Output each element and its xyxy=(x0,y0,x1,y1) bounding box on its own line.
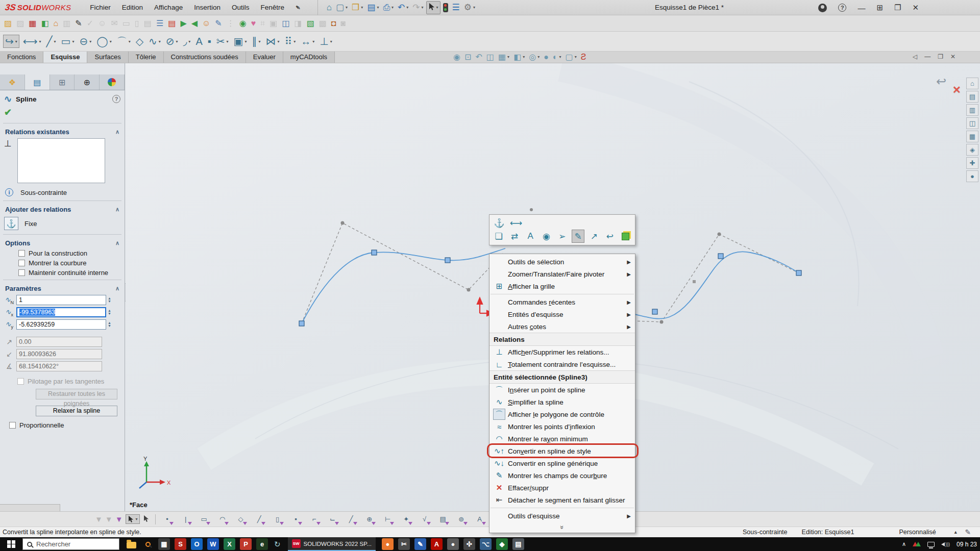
tab-fonctions[interactable]: Fonctions xyxy=(0,52,43,63)
display-style-button[interactable]: ◧▾ xyxy=(513,52,525,62)
smart-dimension-button[interactable]: ⟷▾ xyxy=(21,35,43,47)
filter-surface-finish-icon[interactable]: √ xyxy=(418,513,431,525)
mirror-entities-button[interactable]: ⋈▾ xyxy=(264,35,281,47)
panel-help-icon[interactable]: ? xyxy=(112,95,120,103)
doc-edit-icon[interactable]: ▨ xyxy=(4,19,12,28)
filter-faces-icon[interactable]: ▭ xyxy=(198,513,211,525)
chevron-down-icon[interactable]: ▾ xyxy=(391,5,394,10)
select-other-icon[interactable]: ❏ xyxy=(493,230,505,243)
chevron-down-icon[interactable]: ▾ xyxy=(575,55,577,59)
filter-center-marks-icon[interactable]: ⊕ xyxy=(363,513,376,525)
previous-view-button[interactable]: ↶ xyxy=(475,52,482,62)
chevron-down-icon[interactable]: ▾ xyxy=(89,39,91,44)
chevron-down-icon[interactable]: ▾ xyxy=(346,5,348,10)
filter-points-icon[interactable]: ▪ xyxy=(289,513,303,525)
filter-gtol-icon[interactable]: A xyxy=(473,513,486,525)
spinner-spline-point-number-field[interactable]: ▲▼ xyxy=(108,297,111,303)
clear-filter-icon[interactable]: ▼ xyxy=(95,515,103,523)
slot-tool-button[interactable]: ⊖▾ xyxy=(78,35,93,47)
ok-check-button[interactable]: ✔ xyxy=(4,107,12,117)
span-displays-button[interactable]: ⊞ xyxy=(876,3,883,12)
home-button[interactable]: ⌂ xyxy=(325,1,333,14)
zoom-area-button[interactable]: ⊡ xyxy=(464,52,471,62)
network-icon[interactable] xyxy=(927,542,935,547)
active-task-solidworks[interactable]: SW SOLIDWORKS 2022 SP... xyxy=(288,537,376,551)
menu-item-entit-s-d-esquisse[interactable]: Entités d'esquisse▶ xyxy=(489,308,635,320)
collapse-chevron-icon[interactable]: ∧ xyxy=(115,129,119,135)
menu-item-zoomer-translater-faire-pivoter[interactable]: Zoomer/Translater/Faire pivoter▶ xyxy=(489,268,635,280)
chevron-down-icon[interactable]: ▾ xyxy=(15,39,17,44)
rectangle-tool-button[interactable]: ▭▾ xyxy=(60,35,76,47)
powerpoint-icon[interactable]: P xyxy=(240,538,252,550)
spinner-spline-x-field[interactable]: ▲▼ xyxy=(108,309,111,315)
tool-c-icon[interactable]: ▧ xyxy=(307,19,314,28)
chevron-down-icon[interactable]: ▾ xyxy=(537,55,540,59)
apply-scene-button[interactable]: ◐▾ xyxy=(553,53,561,62)
chevron-down-icon[interactable]: ▾ xyxy=(278,39,280,44)
section-view-button[interactable]: ◫ xyxy=(486,52,494,62)
spline-x-field[interactable]: -99.5378963 xyxy=(16,307,106,317)
featuremanager-tab[interactable]: ❖ xyxy=(0,74,25,90)
edrawings-icon[interactable]: e xyxy=(256,538,268,550)
diamond-tool-icon[interactable]: ◆ xyxy=(496,538,508,550)
tag-icon[interactable]: ✎ xyxy=(965,528,971,536)
filter-axes-icon[interactable]: ╱ xyxy=(253,513,266,525)
chevron-down-icon[interactable]: ▾ xyxy=(406,5,408,10)
red-s-button[interactable]: Ƨ xyxy=(581,53,586,62)
menu-item-commandes-r-centes[interactable]: Commandes récentes▶ xyxy=(489,296,635,308)
filter-edges-icon[interactable]: | xyxy=(179,513,192,525)
search-app-icon[interactable] xyxy=(142,538,154,550)
list-icon[interactable]: ☰ xyxy=(156,19,163,28)
filter-balloons-icon[interactable]: ⊚ xyxy=(455,513,468,525)
export-right-icon[interactable]: ▶ xyxy=(180,19,186,28)
spinner-spline-y-field[interactable]: ▲▼ xyxy=(108,321,111,328)
chevron-down-icon[interactable]: ▾ xyxy=(54,39,56,44)
select-tool-button[interactable]: ▾ xyxy=(126,514,140,524)
excel-icon[interactable]: X xyxy=(224,538,235,550)
displaymanager-tab[interactable] xyxy=(100,74,125,90)
menu-affichage[interactable]: Affichage xyxy=(149,1,188,14)
clear-selection-icon[interactable]: ➢ xyxy=(556,230,568,243)
option-checkbox-0[interactable] xyxy=(18,250,25,257)
polygon-tool-button[interactable]: ◇ xyxy=(134,35,145,47)
acrobat-icon[interactable]: A xyxy=(431,538,443,550)
spline-point-number-field[interactable]: 1 xyxy=(16,295,106,305)
style-spline-pressed-icon[interactable]: ✎ xyxy=(572,230,584,243)
tab-tôlerie[interactable]: Tôlerie xyxy=(129,52,164,63)
zoom-fit-button[interactable]: ◉ xyxy=(453,52,460,62)
volume-icon[interactable]: ))) xyxy=(941,542,950,547)
solidworks-resource-monitor-icon[interactable] xyxy=(913,542,921,546)
options-gear-button[interactable]: ⚙▾ xyxy=(462,1,477,14)
word-icon[interactable]: W xyxy=(207,538,219,550)
spline-y-field[interactable]: -5.62939259 xyxy=(16,319,106,330)
tangency-icon[interactable]: ↗ xyxy=(588,230,600,243)
view-settings-button[interactable]: ▢▾ xyxy=(566,52,577,62)
offset-entities-button[interactable]: ∥▾ xyxy=(251,35,262,47)
more-tab-icon[interactable]: ● xyxy=(966,170,978,182)
chevron-down-icon[interactable]: ▾ xyxy=(293,39,296,44)
option-checkbox-2[interactable] xyxy=(18,269,25,276)
filter-centerlines-icon[interactable]: ⊢ xyxy=(381,513,395,525)
smart-dimension-icon[interactable]: ⟷ xyxy=(509,216,523,230)
save-button[interactable]: ▤▾ xyxy=(365,1,380,14)
chevron-down-icon[interactable]: ▾ xyxy=(473,5,475,10)
chevron-down-icon[interactable]: ▾ xyxy=(188,39,190,44)
undo-button[interactable]: ↶▾ xyxy=(396,1,410,14)
menu-item-totalement-contraindre-l-esquisse[interactable]: ∟Totalement contraindre l'esquisse... xyxy=(489,358,635,370)
sync-icon[interactable]: ↻ xyxy=(274,540,281,549)
file-explorer-tab-icon[interactable]: ▥ xyxy=(966,104,978,116)
chevron-down-icon[interactable]: ▾ xyxy=(559,55,561,59)
chevron-down-icon[interactable]: ▾ xyxy=(136,517,138,521)
people-icon[interactable]: ☺ xyxy=(202,19,210,28)
tray-chevron-icon[interactable]: ∧ xyxy=(902,541,906,547)
chevron-down-icon[interactable]: ▾ xyxy=(176,39,178,44)
hide-show-items-button[interactable]: ◎▾ xyxy=(529,52,540,62)
design-library-tab-icon[interactable]: ▤ xyxy=(966,91,978,103)
folder-heart-icon[interactable]: ♥ xyxy=(251,19,256,28)
chevron-down-icon[interactable]: ▾ xyxy=(245,39,247,44)
cancel-sketch-icon[interactable]: ✕ xyxy=(952,84,961,96)
open-button[interactable]: ❒▾ xyxy=(350,1,364,14)
filter-dimensions-icon[interactable]: ✦ xyxy=(400,513,413,525)
taskbar-search-input[interactable]: Rechercher xyxy=(22,538,119,550)
ellipse-tool-button[interactable]: ⊘▾ xyxy=(164,35,180,47)
